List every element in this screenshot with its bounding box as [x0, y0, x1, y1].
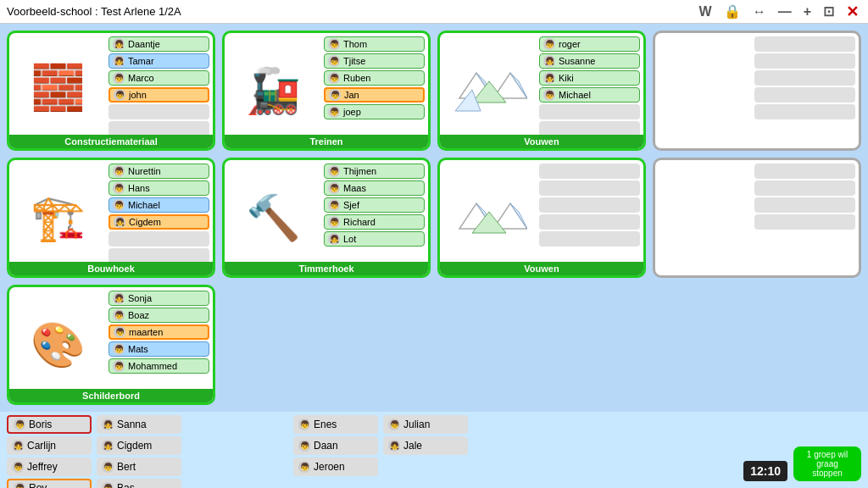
name-slot-empty: [539, 231, 640, 247]
name-slot[interactable]: 👦maarten: [108, 324, 209, 340]
names-bouwhoek: 👦Nurettin 👦Hans 👦Michael 👧Cigdem: [107, 160, 213, 275]
tray-slot-jeffrey[interactable]: 👦Jeffrey: [7, 458, 92, 476]
close-button[interactable]: ✕: [843, 3, 861, 21]
title-text: Voorbeeld-school : Test Arlene 1/2A: [7, 5, 181, 18]
name-slot[interactable]: 👦Richard: [324, 214, 425, 230]
name-slot-empty: [754, 214, 855, 230]
svg-marker-10: [472, 212, 506, 233]
swap-button[interactable]: ↔: [750, 4, 769, 19]
empty-r3c3: [437, 285, 646, 405]
name-slot[interactable]: 👦roger: [539, 36, 640, 52]
name-slot[interactable]: 👦Ruben: [324, 70, 425, 86]
name-slot[interactable]: 👦Michael: [539, 87, 640, 103]
tray-slot-carlijn[interactable]: 👧Carlijn: [7, 436, 92, 455]
tray-slot-jale[interactable]: 👧Jale: [383, 436, 468, 455]
name-slot[interactable]: 👦Marco: [108, 70, 209, 86]
name-slot-empty: [754, 104, 855, 119]
name-slot[interactable]: 👦Jan: [324, 87, 425, 103]
tray-slot-roy[interactable]: 👦Roy: [7, 479, 92, 488]
card-treinen[interactable]: 🚂 👦Thom 👦Tjitse 👦Ruben 👦Jan 👦joep Treine…: [222, 30, 431, 151]
tray-row-3: 👦Jeffrey 👦Bert 👦Jeroen: [7, 458, 861, 476]
name-slot[interactable]: 👦Thijmen: [324, 164, 425, 179]
bottom-tray: 👦Boris 👧Sanna 👦Enes 👦Julian 👧Carlijn 👧Ci…: [0, 412, 868, 488]
name-slot[interactable]: 👧Lot: [324, 231, 425, 247]
card-timmerhoek[interactable]: 🔨 👦Thijmen 👦Maas 👦Sjef 👦Richard 👧Lot Tim…: [222, 158, 431, 278]
name-slot[interactable]: 👦Mats: [108, 341, 209, 357]
name-slot[interactable]: 👦Tjitse: [324, 53, 425, 69]
titlebar-controls: W 🔒 ↔ — + ⊡ ✕: [697, 3, 861, 21]
name-slot-empty: [754, 164, 855, 179]
tray-slot-jeroen[interactable]: 👦Jeroen: [293, 458, 378, 476]
card-image-vouwen2: [440, 160, 537, 275]
name-slot[interactable]: 👦Sjef: [324, 197, 425, 213]
name-slot-empty: [754, 53, 855, 69]
names-empty2: [753, 160, 859, 275]
tray-slot-boris[interactable]: 👦Boris: [7, 415, 92, 434]
card-empty1: [653, 30, 861, 151]
card-constructiemateriaal[interactable]: 🧱 👧Daantje 👧Tamar 👦Marco 👦john Construct…: [7, 30, 215, 151]
card-label: Vouwen: [440, 135, 643, 148]
name-slot-empty: [754, 87, 855, 103]
tray-slot-sanna[interactable]: 👧Sanna: [97, 415, 181, 434]
empty-r3c4: [653, 285, 861, 405]
card-image-timmerhoek: 🔨: [225, 160, 322, 275]
card-vouwen2[interactable]: Vouwen: [437, 158, 646, 278]
card-image-constructiemateriaal: 🧱: [9, 33, 107, 141]
card-image-bouwhoek: 🏗️: [9, 160, 107, 275]
name-slot-empty: [108, 104, 209, 119]
name-slot-empty: [539, 180, 640, 196]
names-treinen: 👦Thom 👦Tjitse 👦Ruben 👦Jan 👦joep: [322, 33, 428, 148]
w-button[interactable]: W: [697, 4, 715, 19]
card-image-treinen: 🚂: [225, 33, 322, 148]
card-empty2: [653, 158, 861, 278]
name-slot[interactable]: 👦Maas: [324, 180, 425, 196]
restore-button[interactable]: ⊡: [821, 3, 837, 19]
minimize-button[interactable]: —: [776, 4, 794, 19]
tray-slot-cigdem2[interactable]: 👧Cigdem: [97, 436, 181, 455]
name-slot-empty: [108, 231, 209, 247]
tray-slot-julian[interactable]: 👦Julian: [383, 415, 468, 434]
name-slot-empty: [754, 36, 855, 52]
name-slot[interactable]: 👦Nurettin: [108, 164, 209, 179]
name-slot[interactable]: 👦john: [108, 87, 209, 103]
name-slot[interactable]: 👦joep: [324, 104, 425, 119]
name-slot[interactable]: 👦Boaz: [108, 308, 209, 323]
card-schilderbord[interactable]: 🎨 👧Sonja 👦Boaz 👦maarten 👦Mats 👦Mohammed …: [7, 285, 215, 405]
empty-r3c2: [222, 285, 431, 405]
name-slot[interactable]: 👧Daantje: [108, 36, 209, 52]
tray-slot-bas[interactable]: 👦Bas: [97, 479, 181, 488]
name-slot-empty: [539, 214, 640, 230]
name-slot[interactable]: 👧Cigdem: [108, 214, 209, 230]
titlebar: Voorbeeld-school : Test Arlene 1/2A W 🔒 …: [0, 0, 868, 24]
card-label: Schilderbord: [9, 389, 213, 402]
tray-slot-bert[interactable]: 👦Bert: [97, 458, 181, 476]
name-slot[interactable]: 👧Sonja: [108, 291, 209, 306]
card-vouwen1[interactable]: 👦roger 👧Susanne 👧Kiki 👦Michael Vouwen: [437, 30, 646, 151]
name-slot[interactable]: 👦Michael: [108, 197, 209, 213]
names-schilderbord: 👧Sonja 👦Boaz 👦maarten 👦Mats 👦Mohammed: [107, 287, 213, 402]
name-slot[interactable]: 👦Hans: [108, 180, 209, 196]
card-bouwhoek[interactable]: 🏗️ 👦Nurettin 👦Hans 👦Michael 👧Cigdem Bouw…: [7, 158, 215, 278]
name-slot-empty: [754, 70, 855, 86]
tray-slot-enes[interactable]: 👦Enes: [293, 415, 378, 434]
card-label: Bouwhoek: [9, 262, 213, 275]
card-label: Treinen: [225, 135, 428, 148]
name-slot-empty: [754, 197, 855, 213]
name-slot[interactable]: 👧Kiki: [539, 70, 640, 86]
name-slot-empty: [754, 180, 855, 196]
svg-marker-5: [455, 90, 481, 111]
add-button[interactable]: +: [801, 4, 814, 19]
names-constructiemateriaal: 👧Daantje 👧Tamar 👦Marco 👦john: [107, 33, 213, 141]
lock-button[interactable]: 🔒: [721, 3, 743, 19]
card-image-empty2: [655, 160, 753, 275]
notify-button[interactable]: 1 groep wil graag stoppen: [793, 446, 861, 481]
names-vouwen1: 👦roger 👧Susanne 👧Kiki 👦Michael: [537, 33, 643, 141]
tray-slot-daan[interactable]: 👦Daan: [293, 436, 378, 455]
name-slot[interactable]: 👧Susanne: [539, 53, 640, 69]
svg-marker-4: [472, 81, 506, 103]
name-slot[interactable]: 👦Mohammed: [108, 358, 209, 374]
name-slot[interactable]: 👧Tamar: [108, 53, 209, 69]
name-slot[interactable]: 👦Thom: [324, 36, 425, 52]
card-label: Vouwen: [440, 262, 643, 275]
card-label: Constructiemateriaal: [9, 135, 213, 148]
